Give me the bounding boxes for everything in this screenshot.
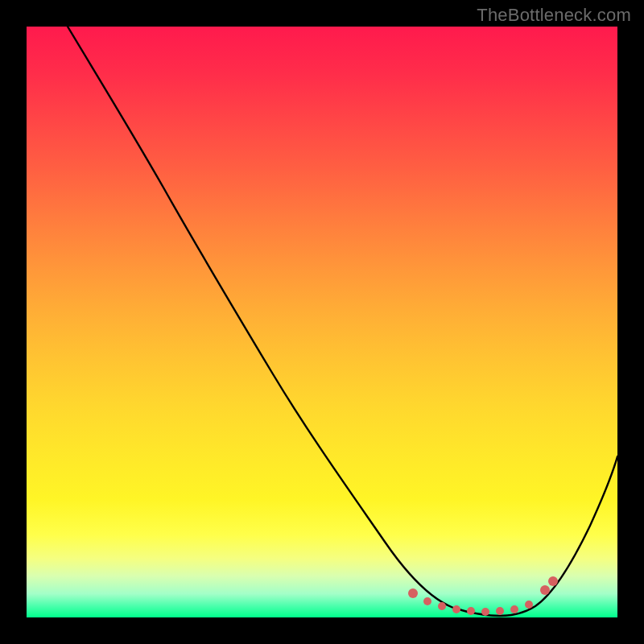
svg-point-6 — [496, 607, 504, 615]
svg-point-4 — [467, 607, 475, 615]
curve-layer — [27, 27, 617, 617]
chart-frame: TheBottleneck.com — [0, 0, 644, 644]
bottleneck-curve — [68, 27, 617, 616]
svg-point-9 — [540, 585, 550, 595]
svg-point-10 — [548, 576, 558, 586]
svg-point-7 — [510, 605, 518, 613]
svg-point-0 — [408, 588, 418, 598]
svg-point-5 — [481, 608, 489, 616]
svg-point-8 — [525, 601, 533, 609]
svg-point-3 — [452, 605, 460, 613]
svg-point-1 — [423, 597, 431, 605]
dotted-floor — [408, 576, 558, 616]
watermark-text: TheBottleneck.com — [477, 5, 631, 26]
svg-point-2 — [438, 602, 446, 610]
plot-area — [27, 27, 617, 617]
